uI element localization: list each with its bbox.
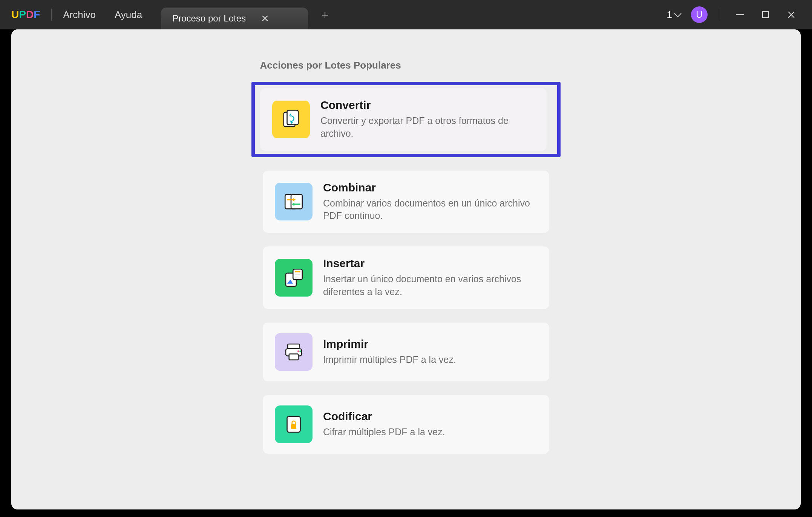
card-text: CombinarCombinar varios documentos en un… bbox=[323, 181, 537, 223]
chevron-down-icon bbox=[674, 10, 682, 17]
card-text: ConvertirConvertir y exportar PDF a otro… bbox=[320, 99, 535, 140]
separator bbox=[51, 9, 52, 21]
card-text: CodificarCifrar múltiples PDF a la vez. bbox=[323, 410, 537, 439]
insert-icon bbox=[275, 259, 313, 297]
card-text: ImprimirImprimir múltiples PDF a la vez. bbox=[323, 338, 537, 366]
card-title: Combinar bbox=[323, 181, 537, 194]
workspace: Acciones por Lotes Populares ConvertirCo… bbox=[11, 29, 801, 509]
card-description: Insertar un único documento en varios ar… bbox=[323, 273, 537, 298]
card-title: Codificar bbox=[323, 410, 537, 423]
action-card-convert[interactable]: ConvertirConvertir y exportar PDF a otro… bbox=[260, 88, 547, 151]
close-icon bbox=[787, 11, 795, 19]
card-wrap-combine: CombinarCombinar varios documentos en un… bbox=[251, 171, 561, 233]
maximize-icon bbox=[762, 11, 769, 18]
action-card-print[interactable]: ImprimirImprimir múltiples PDF a la vez. bbox=[263, 323, 549, 381]
logo-u: U bbox=[11, 9, 19, 21]
minimize-icon bbox=[736, 14, 744, 15]
card-wrap-encrypt: CodificarCifrar múltiples PDF a la vez. bbox=[251, 395, 561, 454]
card-wrap-print: ImprimirImprimir múltiples PDF a la vez. bbox=[251, 323, 561, 381]
card-description: Cifrar múltiples PDF a la vez. bbox=[323, 426, 537, 439]
card-title: Imprimir bbox=[323, 338, 537, 350]
close-window-button[interactable] bbox=[782, 5, 801, 24]
tab-batch-process[interactable]: Proceso por Lotes ✕ bbox=[161, 8, 308, 29]
menu-file[interactable]: Archivo bbox=[63, 9, 96, 21]
action-card-insert[interactable]: InsertarInsertar un único documento en v… bbox=[263, 246, 549, 309]
minimize-button[interactable] bbox=[731, 5, 749, 24]
card-title: Convertir bbox=[320, 99, 535, 112]
tab-title: Proceso por Lotes bbox=[172, 13, 246, 24]
section-heading: Acciones por Lotes Populares bbox=[260, 60, 547, 71]
app-logo: U P D F bbox=[11, 9, 40, 21]
window-count[interactable]: 1 bbox=[667, 9, 680, 21]
close-tab-icon[interactable]: ✕ bbox=[261, 13, 269, 24]
titlebar-right: 1 U bbox=[667, 5, 812, 24]
print-icon bbox=[275, 333, 313, 371]
logo-f: F bbox=[34, 9, 40, 21]
add-tab-button[interactable]: ＋ bbox=[319, 7, 331, 23]
card-text: InsertarInsertar un único documento en v… bbox=[323, 257, 537, 298]
separator bbox=[719, 9, 719, 21]
menu-help[interactable]: Ayuda bbox=[115, 9, 142, 21]
card-description: Imprimir múltiples PDF a la vez. bbox=[323, 353, 537, 366]
window-count-value: 1 bbox=[667, 9, 672, 21]
card-title: Insertar bbox=[323, 257, 537, 270]
card-wrap-insert: InsertarInsertar un único documento en v… bbox=[251, 246, 561, 309]
card-description: Convertir y exportar PDF a otros formato… bbox=[320, 115, 535, 140]
maximize-button[interactable] bbox=[756, 5, 775, 24]
logo-p: P bbox=[19, 9, 26, 21]
user-avatar[interactable]: U bbox=[691, 6, 708, 23]
logo-d: D bbox=[26, 9, 34, 21]
action-card-encrypt[interactable]: CodificarCifrar múltiples PDF a la vez. bbox=[263, 395, 549, 454]
cards-container: ConvertirConvertir y exportar PDF a otro… bbox=[251, 82, 561, 467]
convert-icon bbox=[272, 101, 310, 138]
action-card-combine[interactable]: CombinarCombinar varios documentos en un… bbox=[263, 171, 549, 233]
titlebar: U P D F Archivo Ayuda Proceso por Lotes … bbox=[0, 0, 812, 29]
card-description: Combinar varios documentos en un único a… bbox=[323, 197, 537, 223]
avatar-letter: U bbox=[696, 9, 702, 20]
card-wrap-convert: ConvertirConvertir y exportar PDF a otro… bbox=[251, 82, 561, 157]
combine-icon bbox=[275, 183, 313, 220]
encrypt-icon bbox=[275, 405, 313, 443]
